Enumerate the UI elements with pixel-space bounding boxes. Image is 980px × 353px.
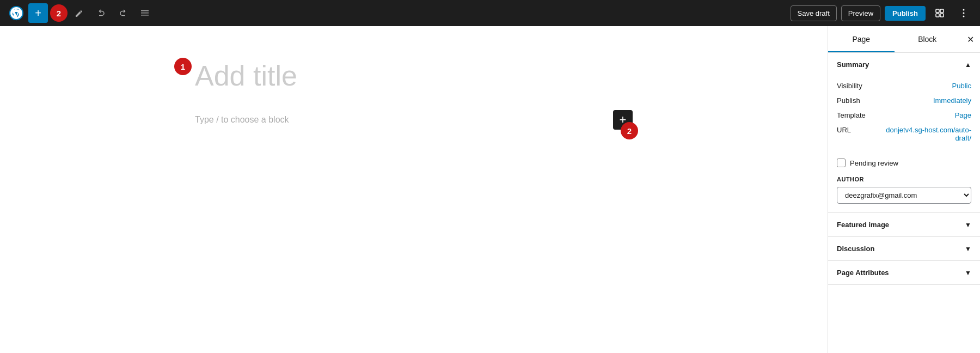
svg-rect-3 xyxy=(141,15,149,16)
pending-review-label: Pending review xyxy=(850,159,898,167)
author-section: AUTHOR deezgrafix@gmail.com xyxy=(828,174,980,212)
tab-block[interactable]: Block xyxy=(895,26,961,52)
summary-panel: Summary ▲ Visibility Public Publish Imme… xyxy=(828,53,980,213)
template-label: Template xyxy=(837,111,866,119)
url-row: URL donjetv4.sg-host.com/auto-draft/ xyxy=(837,123,971,145)
publish-button[interactable]: Publish xyxy=(885,6,926,21)
tab-page[interactable]: Page xyxy=(828,26,895,52)
summary-panel-body: Visibility Public Publish Immediately Te… xyxy=(828,76,980,154)
publish-value[interactable]: Immediately xyxy=(933,96,971,105)
editor-area: 1 Add title Type / to choose a block + 2 xyxy=(0,26,828,353)
page-attributes-header[interactable]: Page Attributes ▼ xyxy=(828,261,980,284)
svg-rect-7 xyxy=(940,14,944,17)
svg-rect-5 xyxy=(940,9,944,13)
sidebar: Page Block ✕ Summary ▲ Visibility Public xyxy=(828,26,980,353)
add-block-toolbar-button[interactable]: + xyxy=(28,3,48,23)
template-value[interactable]: Page xyxy=(955,111,971,119)
discussion-title: Discussion xyxy=(837,245,874,253)
page-attributes-chevron-icon: ▼ xyxy=(965,269,971,277)
step-badge-2-toolbar: 2 xyxy=(50,4,68,22)
pending-review-checkbox[interactable] xyxy=(837,159,846,167)
featured-image-panel: Featured image ▼ xyxy=(828,213,980,237)
featured-image-title: Featured image xyxy=(837,221,889,229)
preview-button[interactable]: Preview xyxy=(841,5,880,21)
discussion-header[interactable]: Discussion ▼ xyxy=(828,237,980,260)
editor-content: 1 Add title Type / to choose a block + 2 xyxy=(169,26,659,151)
svg-point-9 xyxy=(963,13,965,14)
undo-button[interactable] xyxy=(91,3,111,23)
author-select[interactable]: deezgrafix@gmail.com xyxy=(837,187,971,204)
page-attributes-title: Page Attributes xyxy=(837,269,889,277)
visibility-label: Visibility xyxy=(837,82,862,90)
add-title-field[interactable]: Add title xyxy=(195,59,633,93)
svg-point-10 xyxy=(963,16,965,17)
visibility-row: Visibility Public xyxy=(837,78,971,93)
featured-image-chevron-icon: ▼ xyxy=(965,221,971,229)
settings-toggle-button[interactable] xyxy=(930,3,950,23)
summary-chevron-icon: ▲ xyxy=(965,61,971,69)
url-label: URL xyxy=(837,126,851,134)
pending-review-row: Pending review xyxy=(828,154,980,174)
page-attributes-panel: Page Attributes ▼ xyxy=(828,261,980,285)
publish-row: Publish Immediately xyxy=(837,93,971,108)
template-row: Template Page xyxy=(837,108,971,123)
svg-rect-2 xyxy=(141,13,149,14)
sidebar-tabs: Page Block ✕ xyxy=(828,26,980,53)
author-label: AUTHOR xyxy=(837,176,971,182)
add-block-inline-button[interactable]: + xyxy=(613,110,633,130)
summary-panel-title: Summary xyxy=(837,60,869,69)
redo-button[interactable] xyxy=(113,3,133,23)
edit-button[interactable] xyxy=(70,3,89,23)
block-placeholder-text: Type / to choose a block xyxy=(195,115,604,125)
save-draft-button[interactable]: Save draft xyxy=(791,5,837,21)
svg-rect-4 xyxy=(936,9,939,13)
featured-image-header[interactable]: Featured image ▼ xyxy=(828,213,980,236)
publish-label: Publish xyxy=(837,96,860,105)
block-placeholder-row: Type / to choose a block + 2 xyxy=(195,110,633,130)
svg-rect-1 xyxy=(141,10,149,11)
url-value[interactable]: donjetv4.sg-host.com/auto-draft/ xyxy=(884,126,971,142)
sidebar-close-button[interactable]: ✕ xyxy=(960,26,980,52)
svg-point-8 xyxy=(963,9,965,11)
svg-rect-6 xyxy=(936,14,939,17)
step-badge-1: 1 xyxy=(174,58,192,75)
more-options-button[interactable] xyxy=(954,3,973,23)
discussion-chevron-icon: ▼ xyxy=(965,245,971,253)
summary-panel-header[interactable]: Summary ▲ xyxy=(828,53,980,76)
wp-logo[interactable] xyxy=(7,3,26,23)
discussion-panel: Discussion ▼ xyxy=(828,237,980,261)
visibility-value[interactable]: Public xyxy=(952,82,971,90)
tools-button[interactable] xyxy=(135,3,155,23)
